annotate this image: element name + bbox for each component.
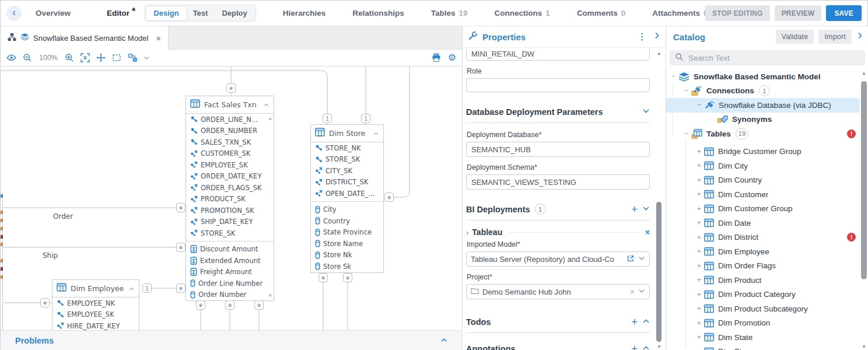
tree-expander[interactable]: + [695,162,703,170]
entity-field-row[interactable]: ORDER_DATE_KEY [186,171,274,183]
entity-field-row[interactable]: HIRE_DATE_KEY [52,320,139,330]
entity-collapse-chevron-icon[interactable] [128,283,135,294]
tree-item-dim-product-subcategory[interactable]: +Dim Product Subcategory [666,302,859,316]
entity-field-row[interactable]: ΣFreight Amount [186,267,274,278]
tree-expander[interactable]: + [695,262,703,270]
entity-scroll-up-icon[interactable]: ▲ [269,116,272,121]
toolbar-dropdown-caret-icon[interactable] [144,55,150,61]
deployment-database-field[interactable] [466,142,650,157]
tree-expander[interactable]: + [695,219,703,227]
entity-field-row[interactable]: Country [311,215,383,227]
tree-expander[interactable]: − [670,72,677,80]
tree-expander[interactable]: − [682,130,690,138]
properties-scrollbar[interactable]: ▲ ▼ [655,50,663,349]
tree-item-dim-country[interactable]: +Dim Country [666,173,859,188]
entity-field-row[interactable]: State Province [311,227,383,239]
tree-expander[interactable]: + [695,148,703,156]
entity-field-row[interactable]: EMPLOYEE_SK [52,309,139,321]
scroll-up-arrow-icon[interactable]: ▲ [862,71,866,76]
zoom-in-icon[interactable] [65,53,74,62]
tree-item-tables[interactable]: −Tables19! [666,127,859,141]
tree-item-dim-customer[interactable]: +Dim Customer [666,187,859,202]
settings-gear-icon[interactable]: ⚙ [448,53,456,62]
scroll-down-arrow-icon[interactable]: ▼ [862,344,866,349]
project-dropdown-chevron-icon[interactable] [638,288,645,296]
tree-item-dim-product-category[interactable]: +Dim Product Category [666,288,859,302]
entity-field-row[interactable]: STORE_SK [186,228,274,239]
catalog-collapse-chevron-icon[interactable] [856,32,864,42]
nav-relationships[interactable]: Relationships [352,9,404,18]
tree-item-dim-state[interactable]: +Dim State [666,330,859,345]
search-input[interactable] [688,54,834,62]
todos-collapse-chevron-icon[interactable] [642,317,650,327]
entity-field-row[interactable]: CUSTOMER_SK [186,148,274,160]
entity-field-row[interactable]: ORDER_FLAGS_SK [186,182,274,194]
mode-design[interactable]: Design [146,6,186,20]
imported-model-select[interactable]: Tableau Server (Repository) and Cloud-Co [466,251,650,267]
tree-item-dim-product[interactable]: +Dim Product [666,273,859,288]
back-button[interactable]: ‹ [6,6,22,21]
entity-field-row[interactable]: ΣDiscount Amount [186,244,274,256]
tree-expander[interactable]: + [695,205,703,213]
tree-expander[interactable]: + [695,304,703,313]
nav-overview[interactable]: Overview [36,9,71,18]
entity-header[interactable]: Fact Sales Txn [186,96,274,114]
auto-layout-icon[interactable] [128,53,137,62]
db-deployment-collapse-chevron-icon[interactable] [642,107,650,117]
properties-kebab-menu-icon[interactable]: ⋮ [635,32,649,42]
tree-item-connections[interactable]: −Connections1 [666,84,859,99]
marquee-select-icon[interactable] [112,53,121,62]
fit-to-screen-icon[interactable] [80,53,90,62]
properties-collapse-chevron-icon[interactable] [653,32,661,42]
entity-field-row[interactable]: City [311,204,383,216]
clear-project-icon[interactable]: × [630,287,635,296]
tree-item-dim-store[interactable]: +Dim Store [666,345,859,350]
tree-item-dim-order-flags[interactable]: +Dim Order Flags [666,259,859,274]
scroll-up-arrow-icon[interactable]: ▲ [657,51,662,56]
entity-field-row[interactable]: SALES_TXN_SK [186,136,274,148]
tree-item-dim-date[interactable]: +Dim Date [666,216,859,230]
project-select[interactable]: Demo Semantic Hub John × [466,284,650,299]
tree-expander[interactable]: + [695,247,703,256]
entity-field-row[interactable]: Store Nk [311,250,383,261]
entity-field-row[interactable]: ORDER_NUMBER [186,125,274,137]
problems-collapse-chevron-icon[interactable] [440,335,448,346]
save-button[interactable]: SAVE [826,5,862,21]
scrollbar-thumb[interactable] [861,81,867,279]
tree-item-dim-customer-group[interactable]: +Dim Customer Group [666,202,859,216]
nav-comments[interactable]: Comments0 [577,9,625,18]
entity-collapse-chevron-icon[interactable] [263,99,270,110]
entity-header[interactable]: Dim Store [311,125,383,142]
add-annotation-button[interactable]: + [631,345,638,350]
tree-expander[interactable]: − [695,101,703,109]
tree-expander[interactable]: + [695,319,703,327]
pan-move-icon[interactable] [96,53,106,62]
entity-field-row[interactable]: STORE_SK [311,154,383,166]
entity-field-row[interactable]: ΣExtended Amount [186,255,274,267]
add-todo-button[interactable]: + [631,318,638,326]
tab-close-icon[interactable]: × [156,34,161,43]
tree-expander[interactable]: + [695,276,703,284]
tree-expander[interactable]: + [695,190,703,198]
diagram-canvas[interactable]: Order Ship Fact Sales TxnORDER_LINE_N...… [1,66,462,330]
catalog-search[interactable] [670,50,865,65]
relationship-label-ship[interactable]: Ship [43,251,58,260]
print-icon[interactable] [432,53,441,62]
problems-bar[interactable]: Problems [1,330,462,350]
nav-tables[interactable]: Tables19 [431,9,468,18]
entity-collapse-chevron-icon[interactable] [373,128,379,139]
relationship-label-order[interactable]: Order [53,212,73,220]
entity-field-row[interactable]: PROMOTION_SK [186,205,274,216]
mode-deploy[interactable]: Deploy [215,6,254,20]
annotations-collapse-chevron-icon[interactable] [642,344,650,350]
visibility-eye-icon[interactable] [6,53,16,62]
scroll-down-arrow-icon[interactable]: ▼ [657,344,662,349]
entity-field-row[interactable]: SHIP_DATE_KEY [186,216,274,228]
remove-tableau-deployment-icon[interactable]: × [645,228,650,237]
mode-test[interactable]: Test [186,6,215,20]
entity-field-row[interactable]: CITY_SK [311,165,383,177]
tree-expander[interactable]: + [695,348,703,350]
tree-item-bridge-customer-group[interactable]: +Bridge Customer Group [666,145,859,159]
entity-field-row[interactable]: EMPLOYEE_NK [52,298,139,309]
tree-item-synonyms[interactable]: Synonyms [666,113,859,127]
